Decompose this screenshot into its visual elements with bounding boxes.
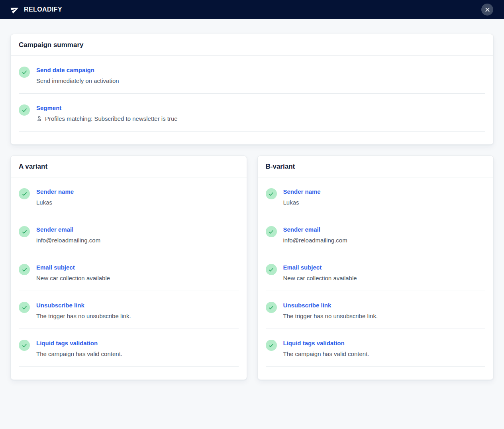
item-description: New car collection available — [36, 274, 110, 282]
item-title-link[interactable]: Liquid tags validation — [283, 339, 345, 347]
item-description-text: New car collection available — [283, 274, 357, 282]
check-circle-icon — [19, 302, 30, 313]
item-title-link[interactable]: Liquid tags validation — [36, 339, 98, 347]
item-title-link[interactable]: Segment — [36, 104, 61, 112]
item-description-text: Lukas — [36, 198, 52, 207]
check-circle-icon — [19, 340, 30, 351]
item-text: Send date campaign Send immediately on a… — [36, 66, 119, 85]
item-text: Segment Profiles matching: Subscribed to… — [36, 104, 178, 123]
item-description-text: New car collection available — [36, 274, 110, 282]
item-description: Profiles matching: Subscribed to newslet… — [36, 114, 178, 123]
item-text: Sender email info@reloadmailing.com — [36, 226, 100, 244]
checklist-item: Email subject New car collection availab… — [19, 253, 239, 291]
check-circle-icon — [19, 226, 30, 237]
item-title-link[interactable]: Sender email — [283, 226, 320, 234]
person-icon — [36, 116, 42, 122]
close-icon — [485, 7, 490, 12]
item-title-link[interactable]: Sender email — [36, 226, 73, 234]
item-text: Sender name Lukas — [283, 188, 321, 207]
item-text: Sender email info@reloadmailing.com — [283, 226, 347, 244]
top-bar: RELOADIFY — [0, 0, 504, 19]
item-description: The trigger has no unsubscribe link. — [36, 312, 131, 320]
item-text: Unsubscribe link The trigger has no unsu… — [36, 301, 131, 320]
checklist-item: Send date campaign Send immediately on a… — [19, 56, 485, 94]
item-title-link[interactable]: Send date campaign — [36, 66, 94, 74]
variants-row: A variant Sender name Lukas Sender email… — [10, 155, 494, 380]
item-description: The campaign has valid content. — [36, 350, 122, 358]
variant-a-items: Sender name Lukas Sender email info@relo… — [11, 177, 247, 367]
paper-plane-icon — [10, 4, 21, 15]
check-circle-icon — [266, 226, 277, 237]
checklist-item: Unsubscribe link The trigger has no unsu… — [19, 291, 239, 329]
check-circle-icon — [266, 340, 277, 351]
checklist-item: Liquid tags validation The campaign has … — [19, 329, 239, 367]
checklist-item: Unsubscribe link The trigger has no unsu… — [266, 291, 486, 329]
item-description: Lukas — [283, 198, 321, 207]
brand-logo: RELOADIFY — [11, 6, 62, 14]
item-description: The trigger has no unsubscribe link. — [283, 312, 378, 320]
item-text: Liquid tags validation The campaign has … — [283, 339, 369, 358]
item-description-text: The campaign has valid content. — [36, 350, 122, 358]
item-description: New car collection available — [283, 274, 357, 282]
item-description-text: info@reloadmailing.com — [36, 236, 100, 244]
item-description: info@reloadmailing.com — [36, 236, 100, 244]
check-circle-icon — [19, 104, 30, 116]
variant-b-items: Sender name Lukas Sender email info@relo… — [258, 177, 494, 367]
check-circle-icon — [266, 302, 277, 313]
checklist-item: Email subject New car collection availab… — [266, 253, 486, 291]
item-description: info@reloadmailing.com — [283, 236, 347, 244]
item-description-text: info@reloadmailing.com — [283, 236, 347, 244]
checklist-item: Sender name Lukas — [19, 177, 239, 215]
check-circle-icon — [266, 264, 277, 275]
item-description: Lukas — [36, 198, 74, 207]
item-description-text: Send immediately on activation — [36, 77, 119, 85]
variant-a-card: A variant Sender name Lukas Sender email… — [10, 155, 247, 380]
checklist-item: Segment Profiles matching: Subscribed to… — [19, 94, 485, 132]
check-circle-icon — [266, 188, 277, 199]
item-title-link[interactable]: Unsubscribe link — [283, 301, 331, 309]
variant-b-card: B-variant Sender name Lukas Sender email… — [257, 155, 494, 380]
item-title-link[interactable]: Sender name — [36, 188, 74, 196]
check-circle-icon — [19, 188, 30, 199]
item-text: Sender name Lukas — [36, 188, 74, 207]
item-text: Email subject New car collection availab… — [283, 264, 357, 282]
check-circle-icon — [19, 67, 30, 78]
checklist-item: Liquid tags validation The campaign has … — [266, 329, 486, 367]
item-description: The campaign has valid content. — [283, 350, 369, 358]
checklist-item: Sender email info@reloadmailing.com — [19, 215, 239, 253]
item-text: Email subject New car collection availab… — [36, 264, 110, 282]
item-description-text: Profiles matching: Subscribed to newslet… — [45, 114, 178, 123]
close-button[interactable] — [481, 4, 493, 16]
item-description: Send immediately on activation — [36, 77, 119, 85]
main-content: Campaign summary Send date campaign Send… — [0, 19, 504, 380]
item-text: Unsubscribe link The trigger has no unsu… — [283, 301, 378, 320]
item-description-text: The trigger has no unsubscribe link. — [283, 312, 378, 320]
variant-a-title: A variant — [11, 156, 247, 177]
checklist-item: Sender name Lukas — [266, 177, 486, 215]
item-title-link[interactable]: Unsubscribe link — [36, 301, 84, 309]
campaign-summary-items: Send date campaign Send immediately on a… — [11, 56, 493, 132]
item-text: Liquid tags validation The campaign has … — [36, 339, 122, 358]
item-title-link[interactable]: Email subject — [36, 264, 75, 272]
item-description-text: Lukas — [283, 198, 299, 207]
variant-b-title: B-variant — [258, 156, 494, 177]
item-title-link[interactable]: Sender name — [283, 188, 321, 196]
item-title-link[interactable]: Email subject — [283, 264, 322, 272]
brand-name: RELOADIFY — [24, 6, 62, 13]
campaign-summary-title: Campaign summary — [11, 34, 493, 56]
campaign-summary-card: Campaign summary Send date campaign Send… — [10, 34, 494, 145]
item-description-text: The campaign has valid content. — [283, 350, 369, 358]
checklist-item: Sender email info@reloadmailing.com — [266, 215, 486, 253]
item-description-text: The trigger has no unsubscribe link. — [36, 312, 131, 320]
check-circle-icon — [19, 264, 30, 275]
